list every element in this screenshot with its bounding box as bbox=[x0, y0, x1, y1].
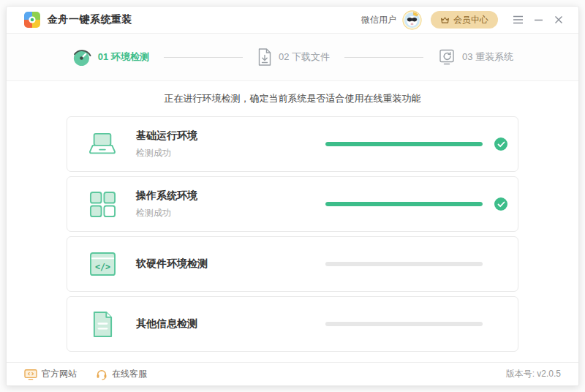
menu-button[interactable] bbox=[510, 12, 526, 28]
progress-bar bbox=[325, 322, 483, 326]
check-title: 其他信息检测 bbox=[136, 317, 197, 331]
monitor-refresh-icon bbox=[438, 48, 456, 66]
check-list: 基础运行环境 检测成功 bbox=[7, 116, 578, 352]
close-button[interactable] bbox=[551, 12, 567, 28]
check-title: 操作系统环境 bbox=[136, 189, 197, 203]
app-title: 金舟一键系统重装 bbox=[48, 13, 132, 26]
hamburger-icon bbox=[513, 15, 524, 24]
titlebar: 金舟一键系统重装 微信用户 bbox=[7, 7, 578, 34]
check-card-other-info: 其他信息检测 bbox=[67, 296, 518, 352]
minimize-button[interactable] bbox=[530, 12, 546, 28]
avatar[interactable] bbox=[402, 10, 422, 30]
grid-icon bbox=[88, 191, 117, 218]
progress-bar bbox=[325, 142, 483, 146]
check-card-os-environment: 操作系统环境 检测成功 bbox=[67, 176, 518, 232]
document-icon bbox=[88, 311, 117, 338]
check-title: 软硬件环境检测 bbox=[136, 257, 208, 271]
version-label: 版本号: v2.0.5 bbox=[506, 368, 561, 380]
online-support-link[interactable]: 在线客服 bbox=[96, 368, 147, 380]
step-reinstall-system: 03 重装系统 bbox=[438, 48, 513, 66]
online-support-label: 在线客服 bbox=[112, 368, 147, 380]
code-window-icon: </> bbox=[88, 252, 117, 276]
svg-text:</>: </> bbox=[94, 262, 110, 272]
step-text: 01 环境检测 bbox=[98, 50, 149, 64]
official-website-link[interactable]: 官方网站 bbox=[24, 368, 77, 380]
step-connector bbox=[164, 57, 243, 58]
check-subtitle: 检测成功 bbox=[136, 147, 197, 159]
member-center-label: 会员中心 bbox=[453, 14, 488, 26]
close-icon bbox=[554, 15, 563, 24]
check-card-hardware-software: </> 软硬件环境检测 bbox=[67, 236, 518, 292]
step-text: 02 下载文件 bbox=[279, 50, 330, 64]
progress-fill bbox=[325, 202, 483, 206]
step-connector bbox=[344, 57, 423, 58]
progress-bar bbox=[325, 262, 483, 266]
check-subtitle: 检测成功 bbox=[136, 207, 197, 219]
main-content: 正在进行环境检测，确定当前系统是否适合使用在线重装功能 基础运行环境 检测成功 bbox=[7, 81, 578, 385]
app-window: 金舟一键系统重装 微信用户 bbox=[6, 6, 579, 386]
monitor-icon bbox=[24, 369, 37, 380]
official-website-label: 官方网站 bbox=[42, 368, 77, 380]
footer: 官方网站 在线客服 版本号: v2.0.5 bbox=[7, 362, 578, 385]
status-message: 正在进行环境检测，确定当前系统是否适合使用在线重装功能 bbox=[7, 92, 578, 105]
crown-icon bbox=[440, 16, 450, 24]
progress-fill bbox=[325, 142, 483, 146]
progress-bar bbox=[325, 202, 483, 206]
step-download-files: 02 下载文件 bbox=[257, 48, 330, 66]
check-card-basic-runtime: 基础运行环境 检测成功 bbox=[67, 116, 518, 172]
headset-icon bbox=[96, 369, 107, 380]
check-title: 基础运行环境 bbox=[136, 129, 197, 143]
check-success-icon bbox=[494, 197, 507, 211]
step-indicator: 01 环境检测 02 下载文件 bbox=[7, 34, 578, 81]
check-success-icon bbox=[494, 137, 507, 151]
laptop-icon bbox=[88, 132, 117, 157]
window-controls bbox=[510, 12, 567, 28]
user-label: 微信用户 bbox=[361, 14, 396, 26]
download-file-icon bbox=[257, 48, 272, 66]
member-center-button[interactable]: 会员中心 bbox=[431, 11, 498, 29]
step-environment-check: 01 环境检测 bbox=[72, 48, 149, 67]
minimize-icon bbox=[534, 15, 543, 24]
app-logo-icon bbox=[24, 12, 40, 28]
screen: 金舟一键系统重装 微信用户 bbox=[0, 0, 585, 392]
step-text: 03 重装系统 bbox=[462, 50, 513, 64]
gauge-icon bbox=[72, 48, 91, 67]
